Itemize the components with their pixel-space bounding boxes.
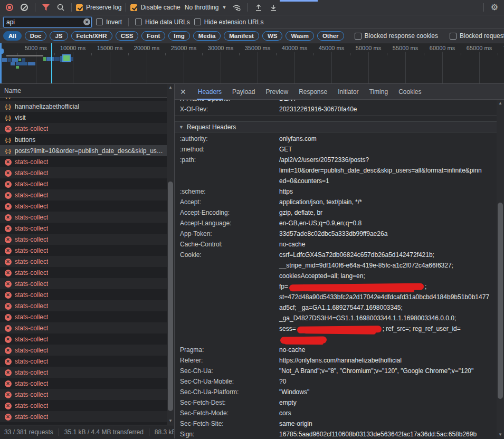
request-row-stats-collect[interactable]: ✕stats-collect <box>0 167 167 178</box>
export-har-button[interactable] <box>267 1 280 14</box>
filter-chip-doc[interactable]: Doc <box>25 31 47 41</box>
filter-chip-js[interactable]: JS <box>50 31 68 41</box>
request-row-stats-collect[interactable]: ✕stats-collect <box>0 322 167 333</box>
request-row-buttons[interactable]: {:}buttons <box>0 134 167 145</box>
request-row-stats-collect[interactable]: ✕stats-collect <box>0 212 167 223</box>
record-network-log-button[interactable] <box>3 1 16 14</box>
request-row-stats-collect[interactable]: ✕stats-collect <box>0 245 167 256</box>
request-row-stats-collect[interactable]: ✕stats-collect <box>0 123 167 134</box>
hide-data-urls-checkbox[interactable]: Hide data URLs <box>135 18 190 26</box>
request-row-stats-collect[interactable]: ✕stats-collect <box>0 223 167 234</box>
header-key: App-Token: <box>175 228 279 239</box>
disable-cache-checkbox[interactable]: Disable cache <box>130 4 180 11</box>
request-row-stats-collect[interactable]: ✕stats-collect <box>0 411 167 422</box>
request-row-stats-collect[interactable]: ✕stats-collect <box>0 345 167 356</box>
request-row-stats-collect[interactable]: ✕stats-collect <box>0 156 167 167</box>
checkbox-checked-icon <box>76 4 83 11</box>
header-value: cors <box>279 408 497 418</box>
request-row-stats-collect[interactable]: ✕stats-collect <box>0 311 167 322</box>
filter-chip-img[interactable]: Img <box>168 31 189 41</box>
filter-chip-css[interactable]: CSS <box>116 31 139 41</box>
request-row-stats-collect[interactable]: ✕stats-collect <box>0 356 167 367</box>
request-row-stats-collect[interactable]: ✕stats-collect <box>0 400 167 411</box>
scroll-down-icon[interactable]: ▼ <box>497 432 504 438</box>
network-overview-timeline[interactable]: 5000 ms10000 ms15000 ms20000 ms25000 ms3… <box>0 43 504 84</box>
header-value: 202312261916-30670fa40e <box>279 104 497 114</box>
tab-payload[interactable]: Payload <box>227 84 260 100</box>
timeline-gridline <box>147 52 147 83</box>
overview-selection-handle[interactable] <box>0 43 2 83</box>
filter-chip-fetch-xhr[interactable]: Fetch/XHR <box>71 31 112 41</box>
scrollbar-thumb[interactable] <box>168 182 173 411</box>
scrollbar-thumb[interactable] <box>498 203 503 399</box>
filter-text-input[interactable] <box>3 17 92 27</box>
details-scrollbar[interactable]: ▲ ▼ <box>497 100 504 438</box>
request-name: stats-collect <box>15 158 48 166</box>
request-headers-section-header[interactable]: ▼ Request Headers <box>175 121 497 132</box>
import-har-button[interactable] <box>252 1 265 14</box>
timeline-tick-label: 30000 ms <box>208 45 233 51</box>
request-row-stats-collect[interactable]: ✕stats-collect <box>0 367 167 378</box>
request-row-stats-collect[interactable]: ✕stats-collect <box>0 201 167 212</box>
error-icon: ✕ <box>4 180 12 188</box>
clear-filter-icon[interactable]: ✕ <box>83 18 90 25</box>
request-row-stats-collect[interactable]: ✕stats-collect <box>0 300 167 311</box>
timeline-tick-label: 20000 ms <box>134 45 159 51</box>
header-row-sec-ch-ua: Sec-Ch-Ua:"Not_A Brand";v="8", "Chromium… <box>175 366 497 376</box>
request-row-stats-collect[interactable]: ✕stats-collect <box>0 389 167 400</box>
tab-headers[interactable]: Headers <box>193 84 227 100</box>
request-row-stats-collect[interactable]: ✕stats-collect <box>0 178 167 189</box>
scroll-up-icon[interactable]: ▲ <box>167 84 174 91</box>
tab-initiator[interactable]: Initiator <box>332 84 364 100</box>
network-conditions-button[interactable] <box>231 1 243 14</box>
timeline-tick-label: 5000 ms <box>25 45 47 51</box>
filter-chip-all[interactable]: All <box>3 31 22 41</box>
invert-checkbox[interactable]: Invert <box>96 18 122 26</box>
error-icon: ✕ <box>4 291 12 299</box>
request-row-stats-collect[interactable]: ✕stats-collect <box>0 234 167 245</box>
header-value: DENY <box>279 100 497 104</box>
preserve-log-checkbox[interactable]: Preserve log <box>76 4 121 11</box>
timeline-cursor[interactable] <box>51 43 52 83</box>
hide-extension-urls-checkbox[interactable]: Hide extension URLs <box>194 18 264 26</box>
throttling-dropdown[interactable]: No throttling ▼ <box>183 4 229 11</box>
request-row-hannahelizabethofficial[interactable]: {:}hannahelizabethofficial <box>0 101 167 112</box>
json-file-icon: {:} <box>4 136 12 144</box>
filter-toggle-button[interactable] <box>40 1 52 14</box>
request-row-stats-collect[interactable]: ✕stats-collect <box>0 189 167 201</box>
filter-chip-manifest[interactable]: Manifest <box>224 31 259 41</box>
filter-chip-media[interactable]: Media <box>193 31 221 41</box>
checkbox-blocked-response-cookies[interactable]: Blocked response cookies <box>355 32 438 40</box>
search-button[interactable] <box>54 1 67 14</box>
tab-preview[interactable]: Preview <box>260 84 293 100</box>
request-row-stats-collect[interactable]: ✕stats-collect <box>0 289 167 300</box>
request-row-stats-collect[interactable]: ✕stats-collect <box>0 278 167 289</box>
clear-network-log-button[interactable] <box>18 1 31 14</box>
timeline-minor-tick <box>202 53 203 55</box>
name-column-header[interactable]: Name <box>0 84 174 98</box>
header-value-line: sess=; ref_src=; reg_ref_user_id= <box>279 323 497 345</box>
settings-button[interactable]: ⚙ <box>488 1 501 14</box>
filter-chip-other[interactable]: Other <box>317 31 344 41</box>
header-value-line: csrf=LdfcGX4Sa72db06824c657db26a5d142472… <box>279 250 497 260</box>
tab-cookies[interactable]: Cookies <box>393 84 426 100</box>
request-row-stats-collect[interactable]: ✕stats-collect <box>0 333 167 345</box>
request-row-posts-limit-10-order-publish-d[interactable]: {:}posts?limit=10&order=publish_date_des… <box>0 145 167 156</box>
request-row-visit[interactable]: {:}visit <box>0 112 167 123</box>
tab-response[interactable]: Response <box>293 84 332 100</box>
header-value: "Windows" <box>279 387 497 397</box>
scroll-down-icon[interactable]: ▼ <box>167 418 174 424</box>
filter-chip-ws[interactable]: WS <box>262 31 283 41</box>
header-value-line: __stripe_mid=9df140f6-e64a-419e-85fc-a1c… <box>279 260 497 271</box>
checkbox-blocked-requests[interactable]: Blocked requests <box>450 32 504 40</box>
filter-chip-wasm[interactable]: Wasm <box>286 31 313 41</box>
filter-chip-font[interactable]: Font <box>141 31 165 41</box>
request-row-stats-collect[interactable]: ✕stats-collect <box>0 256 167 267</box>
request-row-stats-collect[interactable]: ✕stats-collect <box>0 267 167 278</box>
scroll-up-icon[interactable]: ▲ <box>497 100 504 107</box>
header-value: gzip, deflate, br <box>279 207 497 218</box>
request-row-stats-collect[interactable]: ✕stats-collect <box>0 378 167 389</box>
requests-scrollbar[interactable]: ▲ ▼ <box>167 84 174 425</box>
close-details-icon[interactable]: ✕ <box>180 88 186 96</box>
tab-timing[interactable]: Timing <box>364 84 394 100</box>
